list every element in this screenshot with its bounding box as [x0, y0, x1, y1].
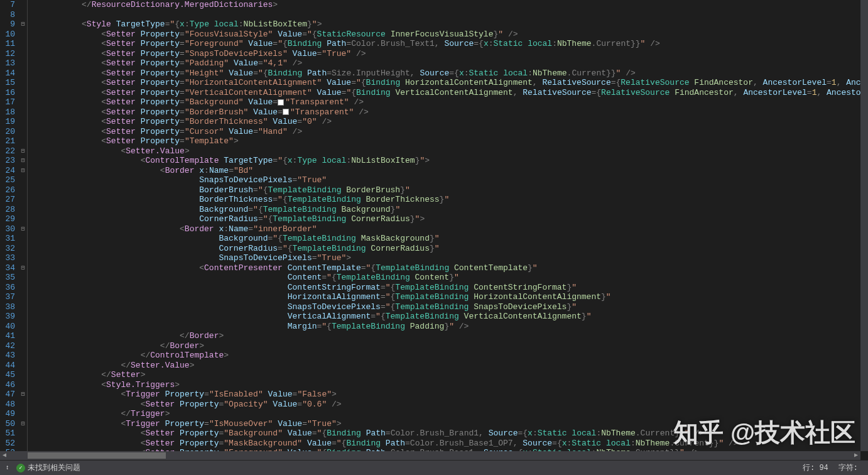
fold-toggle[interactable]: ⊟	[19, 224, 27, 234]
fold-toggle[interactable]: ⊟	[19, 146, 27, 156]
fold-toggle[interactable]: ⊟	[19, 419, 27, 429]
caret-row[interactable]: 行: 94	[803, 462, 828, 473]
sync-icon[interactable]: ↕	[3, 463, 13, 473]
fold-toggle[interactable]: ⊟	[19, 263, 27, 273]
code-content[interactable]: </ResourceDictionary.MergedDictionaries>…	[28, 0, 868, 459]
status-bar: ↕ ✓ 未找到相关问题 行: 94 字符:	[0, 460, 868, 475]
fold-toggle[interactable]: ⊟	[19, 166, 27, 176]
fold-toggle[interactable]: ⊟	[19, 19, 27, 30]
status-ok-icon[interactable]: ✓	[16, 464, 25, 472]
horizontal-scroll-thumb[interactable]	[28, 452, 166, 459]
horizontal-scrollbar[interactable]: ◀ ▶	[0, 451, 860, 460]
fold-gutter[interactable]: ⊟⊟⊟⊟⊟⊟⊟⊟	[19, 0, 28, 459]
caret-char[interactable]: 字符:	[838, 462, 858, 473]
fold-toggle[interactable]: ⊟	[19, 156, 27, 166]
scroll-right-arrow-icon[interactable]: ▶	[852, 451, 860, 460]
code-editor[interactable]: 7891011121314151617181920212223242526272…	[0, 0, 868, 459]
vertical-scrollbar[interactable]	[860, 0, 868, 451]
line-number-gutter: 7891011121314151617181920212223242526272…	[0, 0, 19, 459]
issues-status[interactable]: 未找到相关问题	[28, 462, 80, 473]
fold-toggle[interactable]: ⊟	[19, 390, 27, 400]
scroll-left-arrow-icon[interactable]: ◀	[0, 451, 9, 460]
